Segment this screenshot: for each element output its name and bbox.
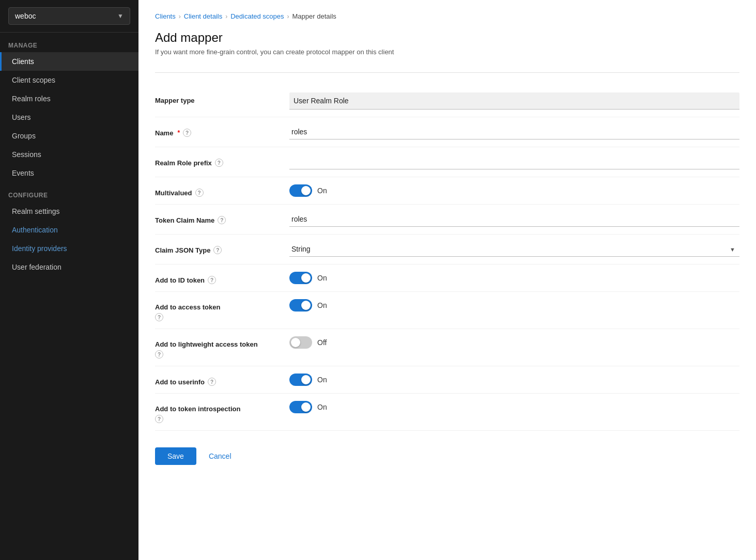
add-to-id-token-value-col: On: [289, 272, 739, 284]
multivalued-toggle[interactable]: [289, 184, 312, 197]
add-to-id-token-state: On: [317, 274, 327, 282]
form-container: Mapper type Name * ? Realm Role prefix ?: [155, 72, 739, 481]
sidebar-header: weboc ▼: [0, 0, 138, 33]
add-to-userinfo-help-icon[interactable]: ?: [208, 378, 216, 386]
breadcrumb-clients[interactable]: Clients: [155, 12, 176, 20]
token-claim-name-label-col: Token Claim Name ?: [155, 212, 289, 224]
name-help-icon[interactable]: ?: [183, 129, 191, 137]
realm-role-prefix-row: Realm Role prefix ?: [155, 147, 739, 177]
chevron-down-icon: ▼: [117, 12, 124, 20]
sidebar-item-client-scopes[interactable]: Client scopes: [0, 71, 138, 89]
multivalued-label-col: Multivalued ?: [155, 184, 289, 197]
sidebar-item-user-federation[interactable]: User federation: [0, 258, 138, 276]
mapper-type-value-col: [289, 92, 739, 110]
add-to-id-token-label-col: Add to ID token ?: [155, 272, 289, 284]
breadcrumb: Clients › Client details › Dedicated sco…: [155, 12, 739, 20]
add-to-token-introspection-thumb: [301, 402, 311, 412]
sidebar-item-clients[interactable]: Clients: [0, 52, 138, 71]
realm-role-prefix-help-icon[interactable]: ?: [215, 159, 223, 167]
claim-json-type-row: Claim JSON Type ? String long int boolea…: [155, 235, 739, 265]
add-to-id-token-row: Add to ID token ? On: [155, 265, 739, 292]
add-to-token-introspection-value-col: On: [289, 401, 739, 413]
realm-name: weboc: [15, 12, 36, 20]
claim-json-type-label-col: Claim JSON Type ?: [155, 242, 289, 254]
add-to-userinfo-state: On: [317, 376, 327, 384]
token-claim-name-row: Token Claim Name ?: [155, 205, 739, 235]
add-to-access-token-row: Add to access token ? On: [155, 292, 739, 329]
token-claim-name-value-col: [289, 212, 739, 227]
save-button[interactable]: Save: [155, 447, 196, 465]
mapper-type-input[interactable]: [289, 92, 739, 110]
add-to-lightweight-value-col: Off: [289, 336, 739, 349]
breadcrumb-client-details[interactable]: Client details: [184, 12, 222, 20]
add-to-token-introspection-toggle[interactable]: [289, 401, 312, 413]
claim-json-type-select[interactable]: String long int boolean JSON: [289, 242, 739, 257]
add-to-token-introspection-row: Add to token introspection ? On: [155, 394, 739, 431]
multivalued-toggle-thumb: [301, 186, 311, 195]
breadcrumb-mapper-details: Mapper details: [292, 12, 336, 20]
sidebar: weboc ▼ Manage Clients Client scopes Rea…: [0, 0, 138, 560]
sidebar-item-authentication[interactable]: Authentication: [0, 221, 138, 239]
add-to-id-token-toggle[interactable]: [289, 272, 312, 284]
token-claim-name-input[interactable]: [289, 212, 739, 227]
sidebar-item-identity-providers[interactable]: Identity providers: [0, 239, 138, 258]
page-subtitle: If you want more fine-grain control, you…: [155, 48, 739, 56]
add-to-access-token-thumb: [301, 301, 311, 310]
multivalued-help-icon[interactable]: ?: [195, 189, 204, 197]
name-input[interactable]: [289, 125, 739, 139]
multivalued-state-label: On: [317, 186, 327, 195]
breadcrumb-sep-1: ›: [179, 13, 181, 20]
main-content: Clients › Client details › Dedicated sco…: [138, 0, 756, 560]
add-to-lightweight-toggle[interactable]: [289, 336, 312, 349]
add-to-lightweight-row: Add to lightweight access token ? Off: [155, 329, 739, 366]
add-to-access-token-value-col: On: [289, 299, 739, 312]
multivalued-value-col: On: [289, 184, 739, 197]
add-to-userinfo-value-col: On: [289, 374, 739, 386]
claim-json-type-help-icon[interactable]: ?: [213, 246, 222, 254]
sidebar-item-realm-settings[interactable]: Realm settings: [0, 202, 138, 221]
sidebar-item-groups[interactable]: Groups: [0, 127, 138, 145]
add-to-access-token-toggle[interactable]: [289, 299, 312, 312]
add-to-lightweight-state: Off: [317, 338, 327, 347]
name-value-col: [289, 125, 739, 139]
realm-selector[interactable]: weboc ▼: [8, 7, 130, 25]
add-to-userinfo-toggle[interactable]: [289, 374, 312, 386]
add-to-lightweight-help-icon[interactable]: ?: [155, 350, 163, 359]
cancel-button[interactable]: Cancel: [205, 447, 236, 465]
breadcrumb-dedicated-scopes[interactable]: Dedicated scopes: [230, 12, 284, 20]
sidebar-item-sessions[interactable]: Sessions: [0, 145, 138, 164]
realm-role-prefix-input[interactable]: [289, 154, 739, 169]
multivalued-row: Multivalued ? On: [155, 177, 739, 205]
breadcrumb-sep-3: ›: [287, 13, 289, 20]
add-to-id-token-help-icon[interactable]: ?: [208, 276, 216, 284]
sidebar-item-realm-roles[interactable]: Realm roles: [0, 89, 138, 108]
add-to-lightweight-thumb: [291, 338, 300, 347]
token-claim-name-help-icon[interactable]: ?: [218, 216, 226, 224]
add-to-access-token-state: On: [317, 301, 327, 309]
button-row: Save Cancel: [155, 447, 739, 481]
add-to-access-token-help-icon[interactable]: ?: [155, 313, 163, 321]
add-to-userinfo-thumb: [301, 375, 311, 384]
manage-section-label: Manage: [0, 33, 138, 52]
mapper-type-label: Mapper type: [155, 92, 289, 104]
claim-json-type-select-wrapper: String long int boolean JSON: [289, 242, 739, 257]
add-to-id-token-thumb: [301, 273, 311, 283]
add-to-userinfo-label-col: Add to userinfo ?: [155, 374, 289, 386]
add-to-userinfo-row: Add to userinfo ? On: [155, 366, 739, 394]
breadcrumb-sep-2: ›: [225, 13, 227, 20]
add-to-lightweight-label-col: Add to lightweight access token ?: [155, 336, 289, 359]
claim-json-type-value-col: String long int boolean JSON: [289, 242, 739, 257]
sidebar-item-users[interactable]: Users: [0, 108, 138, 127]
add-to-token-introspection-label-col: Add to token introspection ?: [155, 401, 289, 423]
add-to-token-introspection-help-icon[interactable]: ?: [155, 415, 163, 423]
name-required: *: [177, 129, 180, 136]
realm-role-prefix-value-col: [289, 154, 739, 169]
name-label-col: Name * ?: [155, 125, 289, 137]
realm-role-prefix-label-col: Realm Role prefix ?: [155, 154, 289, 167]
configure-section-label: Configure: [0, 182, 138, 202]
add-to-token-introspection-state: On: [317, 403, 327, 411]
add-to-access-token-label-col: Add to access token ?: [155, 299, 289, 321]
page-title: Add mapper: [155, 30, 739, 45]
sidebar-item-events[interactable]: Events: [0, 164, 138, 182]
mapper-type-row: Mapper type: [155, 85, 739, 117]
